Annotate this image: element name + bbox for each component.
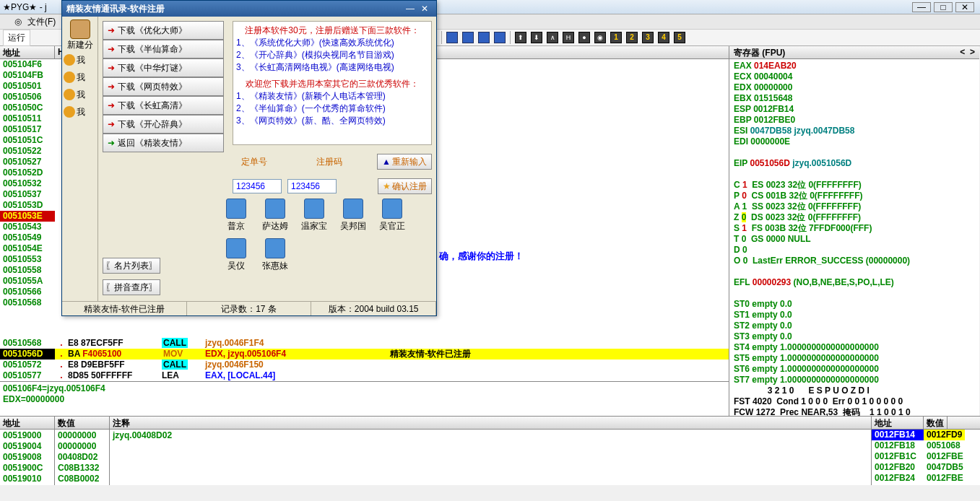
tb-n4-icon[interactable]: 4 [656,30,671,45]
dialog-statusbar: 精装友情-软件已注册 记录数：17 条 版本：2004 build 03.15 [62,301,436,315]
tb-n2-icon[interactable]: 2 [625,30,639,45]
contact-icon[interactable]: 吴官正 [373,199,412,232]
registers-body[interactable]: EAX 014EAB20ECX 00040004EDX 00000000EBX … [729,59,979,416]
minimize-button[interactable]: — [912,2,931,12]
tb-n5-icon[interactable]: 5 [672,30,687,45]
tb-d2-icon[interactable]: ⬇ [529,30,544,45]
contact-icon[interactable]: 吴邦国 [334,199,373,232]
contacts-icon-grid[interactable]: 普京萨达姆温家宝吴邦国吴官正吴仪张惠妹 [199,194,412,272]
regcode-input[interactable] [287,179,337,193]
sidebar-item[interactable]: 我 [64,86,96,103]
tb-n1-icon[interactable]: 1 [609,30,623,45]
dump-addr-col[interactable]: 0051900000519004005190080051900C00519010 [0,430,54,485]
tb-list4-icon[interactable] [493,30,507,45]
reinput-button[interactable]: ▲重新输入 [377,154,432,170]
contact-icon[interactable]: 温家宝 [295,199,334,232]
promo-box: 注册本软件30元，注册后赠送下面三款软件： 1、《系统优化大师》(快速高效系统优… [233,21,432,145]
info-pane: 005106F4=jzyq.005106F4 EDX=00000000 [0,381,729,416]
registers-header: 寄存器 (FPU)< > [729,46,979,59]
contact-icon[interactable]: 萨达姆 [256,199,295,232]
register-dialog: 精装友情通讯录-软件注册 — ✕ 新建分 我我我我 ➜下载《优化大师》➜下载《半… [61,0,437,316]
tb-list3-icon[interactable] [477,30,491,45]
tb-d5-icon[interactable]: ● [577,30,591,45]
contact-icon[interactable]: 普京 [217,199,256,232]
sidebar-item[interactable]: 我 [64,69,96,86]
dialog-minimize-icon[interactable]: — [403,4,417,14]
dump-addr-header: 地址 [0,417,54,430]
card-list-button[interactable]: 〖名片列表〗 [103,258,160,274]
dialog-title: 精装友情通讯录-软件注册 [66,3,403,15]
menu-file[interactable]: 文件(F) [27,16,56,28]
contact-icon[interactable]: 张惠妹 [256,238,295,272]
regcode-label: 注册码 [308,156,342,168]
download-button[interactable]: ➜下载《长虹高清》 [103,96,224,115]
disasm-rows[interactable]: 00510568.E8 87ECF5FFCALLjzyq.0046F1F4005… [0,338,729,381]
status-version: 版本：2004 build 03.15 [311,302,436,315]
download-button[interactable]: ➜下载《开心辞典》 [103,115,224,134]
sidebar-item[interactable]: 我 [64,103,96,121]
tb-d6-icon[interactable]: ◉ [593,30,607,45]
confirm-register-button[interactable]: ★确认注册 [378,178,432,194]
status-count: 记录数：17 条 [187,302,312,315]
register-success-msg: 确，感谢你的注册！ [439,250,524,263]
tb-d3-icon[interactable]: ∧ [545,30,560,45]
tb-list1-icon[interactable] [445,30,459,45]
dump-comment-col[interactable]: jzyq.00408D02 [110,430,871,442]
download-button[interactable]: ➜下载《半仙算命》 [103,40,224,58]
stack-val-header: 数值 [924,417,948,429]
tb-d1-icon[interactable]: ⬆ [513,30,528,45]
status-registered: 精装友情-软件已注册 [62,302,187,315]
order-input[interactable] [233,179,282,193]
download-button[interactable]: ➜下载《优化大师》 [103,21,224,40]
pinyin-sort-button[interactable]: 〖拼音查序〗 [103,279,160,295]
dump-comment-header: 注释 [110,417,871,430]
tb-list2-icon[interactable] [461,30,475,45]
dump-val-header: 数值 [55,417,109,430]
dialog-close-icon[interactable]: ✕ [417,4,432,14]
close-button[interactable]: ✕ [955,2,974,12]
download-button[interactable]: ➜返回《精装友情》 [103,134,224,152]
tb-d4-icon[interactable]: H [561,30,576,45]
dialog-titlebar[interactable]: 精装友情通讯录-软件注册 — ✕ [62,1,436,17]
dump-val-col[interactable]: 000000000000000000408D02C08B1332C08B0002 [55,430,109,485]
tb-n3-icon[interactable]: 3 [641,30,655,45]
stack-body[interactable]: 0012FB140012FD90012FB1800510680012FB1C00… [872,430,980,484]
run-label[interactable]: 运行 [3,30,30,46]
new-group-button[interactable]: 新建分 [64,19,96,51]
maximize-button[interactable]: □ [934,2,953,12]
download-button[interactable]: ➜下载《中华灯谜》 [103,58,224,77]
order-label: 定单号 [233,156,267,168]
contact-icon[interactable]: 吴仪 [217,238,256,272]
download-button[interactable]: ➜下载《网页特效》 [103,77,224,96]
dialog-left-panel: 新建分 我我我我 [62,17,98,301]
stack-addr-header: 地址 [872,417,924,429]
sidebar-item[interactable]: 我 [64,51,96,69]
